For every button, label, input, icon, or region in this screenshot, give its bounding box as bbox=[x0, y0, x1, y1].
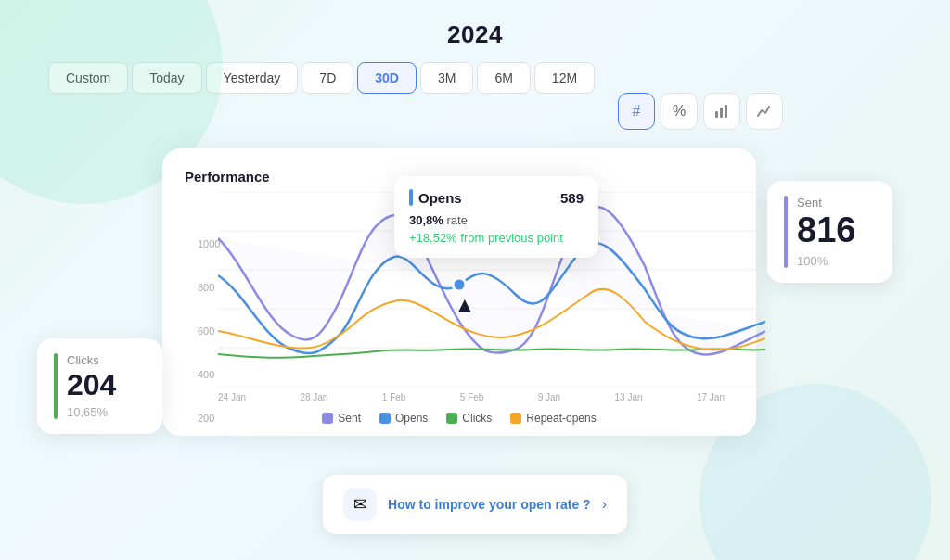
hash-icon[interactable]: # bbox=[618, 93, 655, 130]
tooltip-bar bbox=[409, 189, 413, 206]
y-axis-labels: 1000 800 600 400 200 bbox=[198, 238, 220, 424]
sent-value: 816 bbox=[797, 211, 855, 250]
cta-icon: ✉ bbox=[343, 488, 377, 521]
filter-12m[interactable]: 12M bbox=[534, 62, 595, 94]
legend-sent: Sent bbox=[322, 412, 361, 425]
page-title: 2024 bbox=[0, 0, 950, 49]
clicks-percent: 10,65% bbox=[67, 405, 116, 419]
clicks-label: Clicks bbox=[67, 353, 116, 367]
sent-label: Sent bbox=[797, 196, 855, 210]
performance-chart-card: Performance Opens 589 30,8% rate +18,52%… bbox=[162, 148, 756, 436]
sent-card: Sent 816 100% bbox=[767, 181, 892, 283]
svg-rect-2 bbox=[725, 105, 727, 118]
clicks-card: Clicks 204 10,65% bbox=[37, 338, 162, 434]
legend-repeat-opens-color bbox=[510, 413, 521, 424]
sent-percent: 100% bbox=[797, 254, 855, 268]
tooltip-change: +18,52% from previous point bbox=[409, 231, 584, 245]
tooltip-label: Opens bbox=[409, 189, 462, 206]
bar-chart-icon[interactable] bbox=[703, 93, 740, 130]
filter-3m[interactable]: 3M bbox=[420, 62, 473, 94]
x-axis-labels: 24 Jan 28 Jan 1 Feb 5 Feb 9 Jan 13 Jan 1… bbox=[185, 392, 734, 402]
svg-rect-1 bbox=[720, 108, 723, 118]
filter-yesterday[interactable]: Yesterday bbox=[206, 62, 299, 94]
filter-7d[interactable]: 7D bbox=[302, 62, 353, 94]
tooltip-rate: 30,8% rate bbox=[409, 213, 584, 227]
sent-accent-bar bbox=[784, 196, 788, 268]
clicks-accent-bar bbox=[54, 353, 58, 419]
chart-legend: Sent Opens Clicks Repeat-opens bbox=[185, 412, 734, 425]
tooltip-value: 589 bbox=[560, 190, 584, 206]
view-type-buttons: # % bbox=[618, 93, 783, 130]
legend-clicks-color bbox=[446, 413, 457, 424]
line-chart-icon[interactable] bbox=[746, 93, 783, 130]
cta-text: How to improve your open rate ? bbox=[388, 497, 591, 512]
cta-card[interactable]: ✉ How to improve your open rate ? › bbox=[323, 475, 627, 534]
legend-opens-color bbox=[379, 413, 391, 424]
filter-custom[interactable]: Custom bbox=[48, 62, 128, 94]
cta-arrow-icon: › bbox=[602, 496, 607, 513]
filter-30d[interactable]: 30D bbox=[357, 62, 417, 94]
filter-6m[interactable]: 6M bbox=[477, 62, 530, 94]
legend-repeat-opens: Repeat-opens bbox=[510, 412, 596, 425]
filter-today[interactable]: Today bbox=[132, 62, 201, 94]
svg-rect-0 bbox=[715, 111, 718, 118]
percent-icon[interactable]: % bbox=[661, 93, 698, 130]
chart-tooltip: Opens 589 30,8% rate +18,52% from previo… bbox=[394, 176, 598, 258]
legend-clicks: Clicks bbox=[446, 412, 492, 425]
clicks-value: 204 bbox=[67, 369, 116, 401]
legend-opens: Opens bbox=[379, 412, 428, 425]
svg-point-9 bbox=[453, 278, 466, 291]
filter-bar: Custom Today Yesterday 7D 30D 3M 6M 12M bbox=[0, 49, 950, 94]
legend-sent-color bbox=[322, 413, 333, 424]
